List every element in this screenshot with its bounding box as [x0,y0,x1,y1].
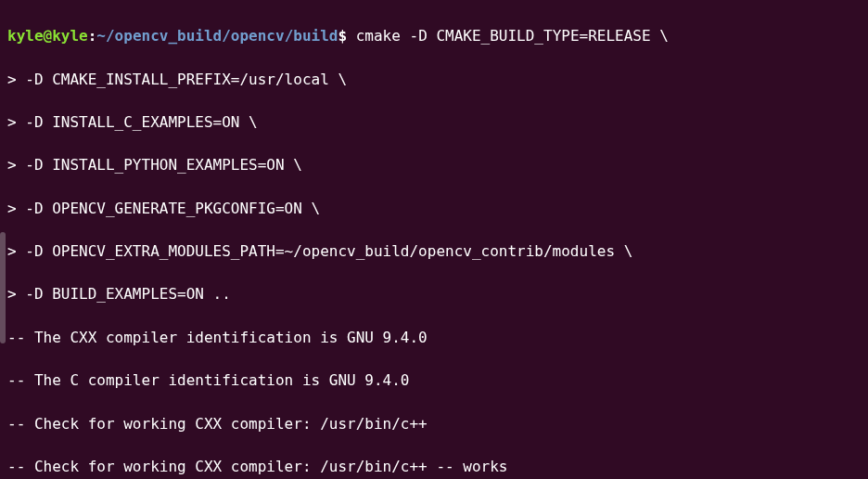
continuation-line: > -D CMAKE_INSTALL_PREFIX=/usr/local \ [7,69,861,90]
scrollbar[interactable] [0,232,6,343]
continuation-line: > -D OPENCV_EXTRA_MODULES_PATH=~/opencv_… [7,240,861,262]
output-line: -- The CXX compiler identification is GN… [7,327,861,348]
continuation-line: > -D OPENCV_GENERATE_PKGCONFIG=ON \ [7,198,861,219]
continuation-line: > -D INSTALL_PYTHON_EXAMPLES=ON \ [7,154,861,175]
command-text: cmake -D CMAKE_BUILD_TYPE=RELEASE \ [347,27,669,45]
prompt-colon: : [88,27,97,45]
continuation-line: > -D INSTALL_C_EXAMPLES=ON \ [7,111,861,133]
terminal[interactable]: kyle@kyle:~/opencv_build/opencv/build$ c… [7,4,861,479]
user-host: kyle@kyle [7,27,88,45]
output-line: -- Check for working CXX compiler: /usr/… [7,456,861,477]
prompt-dollar: $ [338,27,347,45]
output-line: -- Check for working CXX compiler: /usr/… [7,413,861,434]
continuation-line: > -D BUILD_EXAMPLES=ON .. [7,283,861,304]
current-path: ~/opencv_build/opencv/build [96,27,338,45]
output-line: -- The C compiler identification is GNU … [7,369,861,391]
prompt-line: kyle@kyle:~/opencv_build/opencv/build$ c… [7,25,861,46]
